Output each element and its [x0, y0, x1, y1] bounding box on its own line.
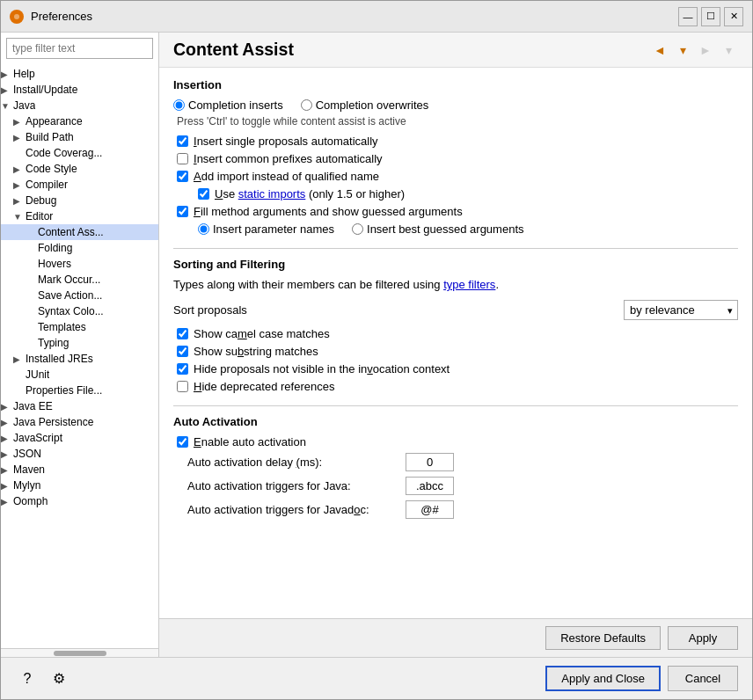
completion-inserts-label: Completion inserts [188, 98, 283, 112]
sidebar-item-junit[interactable]: JUnit [1, 367, 158, 383]
back-button[interactable]: ◄ [650, 40, 669, 60]
sidebar-item-label: Installed JREs [26, 353, 93, 365]
sidebar-item-label: Syntax Colo... [38, 305, 104, 317]
insert-common-label: Insert common prefixes automatically [194, 152, 383, 165]
sidebar-item-maven[interactable]: ▶ Maven [1, 462, 158, 478]
auto-activation-label: Auto Activation [173, 415, 738, 428]
insertion-section: Insertion Completion inserts Completion … [173, 78, 738, 236]
divider-2 [173, 405, 738, 406]
forward-button[interactable]: ► [696, 40, 715, 60]
minimize-button[interactable]: — [678, 7, 698, 26]
insert-best-guessed-text: Insert best guessed arguments [367, 222, 524, 236]
insert-best-guessed-radio[interactable] [352, 223, 363, 235]
triggers-java-input[interactable] [406, 477, 454, 495]
sidebar-item-label: Oomph [13, 495, 48, 507]
insert-param-names-label[interactable]: Insert parameter names [198, 222, 334, 236]
completion-radio-group: Completion inserts Completion overwrites [173, 98, 738, 112]
sidebar-item-properties-file[interactable]: Properties File... [1, 383, 158, 398]
insert-single-checkbox[interactable] [177, 135, 188, 147]
hide-deprecated-checkbox[interactable] [177, 381, 188, 392]
triggers-javadoc-label: Auto activation triggers for Javadoc: [187, 503, 398, 516]
sidebar-item-syntax-coloring[interactable]: Syntax Colo... [1, 303, 158, 319]
sidebar-item-code-style[interactable]: ▶ Code Style [1, 161, 158, 177]
completion-inserts-radio-label[interactable]: Completion inserts [173, 98, 283, 112]
sidebar-item-installed-jres[interactable]: ▶ Installed JREs [1, 351, 158, 367]
apply-button[interactable]: Apply [668, 626, 738, 650]
forward-dropdown-button[interactable]: ▾ [719, 40, 738, 60]
arrow-icon: ▶ [1, 418, 13, 427]
sidebar-item-mylyn[interactable]: ▶ Mylyn [1, 478, 158, 493]
static-imports-link[interactable]: static imports [238, 187, 306, 201]
sidebar-item-label: Hovers [38, 258, 71, 270]
delay-label: Auto activation delay (ms): [187, 456, 398, 469]
completion-overwrites-radio-label[interactable]: Completion overwrites [301, 98, 429, 112]
insert-best-guessed-label[interactable]: Insert best guessed arguments [352, 222, 524, 236]
preferences-window: Preferences — ☐ ✕ ▶ Help ▶ Install/Updat… [0, 0, 753, 700]
sort-select[interactable]: by relevance alphabetically [624, 300, 738, 320]
hide-not-visible-label: Hide proposals not visible in the invoca… [194, 362, 450, 376]
sidebar-item-java[interactable]: ▼ Java [1, 98, 158, 113]
sidebar-item-oomph[interactable]: ▶ Oomph [1, 493, 158, 509]
add-import-checkbox[interactable] [177, 171, 188, 182]
content-top-bar: Content Assist ◄ ▾ ► ▾ [159, 33, 752, 68]
sidebar-item-debug[interactable]: ▶ Debug [1, 193, 158, 208]
sidebar-item-build-path[interactable]: ▶ Build Path [1, 129, 158, 145]
fill-method-checkbox[interactable] [177, 206, 188, 217]
sidebar-item-label: Mark Occur... [38, 273, 100, 286]
sidebar-item-hovers[interactable]: Hovers [1, 256, 158, 272]
hide-not-visible-checkbox[interactable] [177, 363, 188, 375]
sidebar-item-content-assist[interactable]: Content Ass... [1, 224, 158, 240]
sidebar-item-typing[interactable]: Typing [1, 335, 158, 351]
enable-auto-checkbox[interactable] [177, 436, 188, 448]
sorting-section: Sorting and Filtering Types along with t… [173, 258, 738, 393]
completion-inserts-radio[interactable] [173, 99, 185, 111]
close-button[interactable]: ✕ [724, 7, 743, 26]
back-dropdown-button[interactable]: ▾ [673, 40, 692, 60]
insert-common-checkbox[interactable] [177, 153, 188, 164]
apply-and-close-button[interactable]: Apply and Close [545, 666, 661, 691]
sidebar: ▶ Help ▶ Install/Update ▼ Java ▶ Appeara… [1, 33, 159, 657]
sidebar-item-javascript[interactable]: ▶ JavaScript [1, 430, 158, 446]
sidebar-item-java-ee[interactable]: ▶ Java EE [1, 398, 158, 414]
substring-checkbox[interactable] [177, 346, 188, 357]
sidebar-item-code-coverage[interactable]: Code Coverag... [1, 145, 158, 161]
camel-case-checkbox[interactable] [177, 328, 188, 339]
insert-param-names-text: Insert parameter names [213, 222, 334, 236]
sidebar-item-appearance[interactable]: ▶ Appearance [1, 113, 158, 129]
page-title: Content Assist [173, 40, 294, 60]
sidebar-item-label: Debug [26, 194, 56, 207]
sidebar-item-mark-occurrences[interactable]: Mark Occur... [1, 272, 158, 288]
sidebar-item-label: Mylyn [13, 479, 40, 492]
restore-defaults-button[interactable]: Restore Defaults [545, 626, 661, 650]
use-static-checkbox[interactable] [198, 188, 209, 200]
sidebar-item-json[interactable]: ▶ JSON [1, 446, 158, 462]
sidebar-item-label: Save Action... [38, 289, 102, 302]
arrow-icon: ▶ [13, 117, 26, 127]
help-button[interactable]: ? [15, 667, 40, 691]
title-bar-left: Preferences [10, 10, 92, 24]
sidebar-item-editor[interactable]: ▼ Editor [1, 208, 158, 224]
completion-overwrites-radio[interactable] [301, 99, 312, 111]
arrow-icon: ▶ [13, 133, 26, 142]
triggers-javadoc-input[interactable] [406, 500, 454, 519]
sidebar-item-save-actions[interactable]: Save Action... [1, 288, 158, 303]
maximize-button[interactable]: ☐ [701, 7, 720, 26]
sidebar-item-label: Code Style [26, 163, 77, 175]
sidebar-item-folding[interactable]: Folding [1, 240, 158, 256]
sidebar-item-help[interactable]: ▶ Help [1, 66, 158, 82]
arrow-icon: ▶ [1, 465, 13, 475]
delay-input[interactable] [406, 453, 454, 471]
cancel-button[interactable]: Cancel [668, 666, 738, 691]
footer-right: Apply and Close Cancel [545, 666, 738, 691]
content-scroll: Insertion Completion inserts Completion … [159, 68, 752, 618]
sidebar-item-templates[interactable]: Templates [1, 319, 158, 335]
settings-button[interactable]: ⚙ [47, 667, 71, 691]
sidebar-item-compiler[interactable]: ▶ Compiler [1, 177, 158, 193]
sidebar-item-install-update[interactable]: ▶ Install/Update [1, 82, 158, 98]
insert-param-names-radio[interactable] [198, 223, 209, 235]
filter-input[interactable] [6, 38, 153, 59]
type-filters-link[interactable]: type filters [443, 278, 495, 291]
sidebar-item-java-persistence[interactable]: ▶ Java Persistence [1, 414, 158, 430]
completion-overwrites-label: Completion overwrites [316, 98, 429, 112]
sorting-description: Types along with their members can be fi… [173, 278, 738, 291]
